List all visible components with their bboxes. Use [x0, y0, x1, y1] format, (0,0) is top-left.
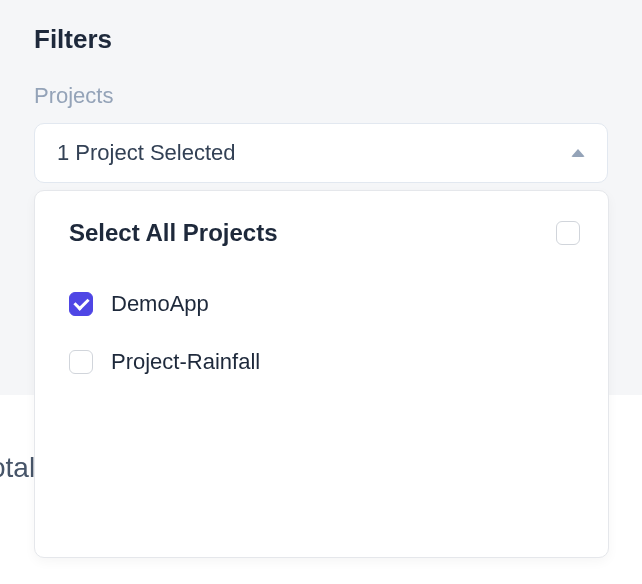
select-all-row[interactable]: Select All Projects — [35, 219, 608, 275]
checkbox-rainfall[interactable] — [69, 350, 93, 374]
select-trigger-text: 1 Project Selected — [57, 140, 236, 166]
select-all-label: Select All Projects — [69, 219, 278, 247]
projects-select-trigger[interactable]: 1 Project Selected — [34, 123, 608, 183]
project-option-rainfall[interactable]: Project-Rainfall — [35, 333, 608, 391]
projects-dropdown-panel: Select All Projects DemoApp Project-Rain… — [34, 190, 609, 558]
project-option-label: Project-Rainfall — [111, 349, 260, 375]
partial-cutoff-text: otal — [0, 452, 35, 484]
checkbox-demoapp[interactable] — [69, 292, 93, 316]
caret-up-icon — [571, 149, 585, 157]
projects-field-label: Projects — [34, 83, 608, 109]
filters-title: Filters — [34, 24, 608, 55]
project-option-label: DemoApp — [111, 291, 209, 317]
select-all-checkbox[interactable] — [556, 221, 580, 245]
project-option-demoapp[interactable]: DemoApp — [35, 275, 608, 333]
